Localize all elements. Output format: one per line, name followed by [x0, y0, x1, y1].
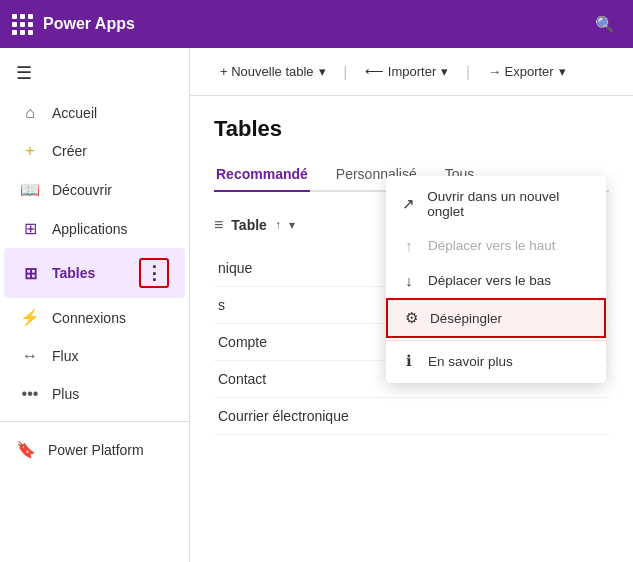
sidebar-item-applications[interactable]: ⊞ Applications: [4, 209, 185, 248]
exporter-label: → Exporter: [488, 64, 554, 79]
sidebar-item-flux[interactable]: ↔ Flux: [4, 337, 185, 375]
sidebar-item-accueil[interactable]: ⌂ Accueil: [4, 94, 185, 132]
context-move-up-label: Déplacer vers le haut: [428, 238, 556, 253]
sidebar-item-label: Power Platform: [48, 442, 144, 458]
tab-recommande[interactable]: Recommandé: [214, 158, 310, 192]
create-icon: +: [20, 142, 40, 160]
sidebar-item-label: Découvrir: [52, 182, 112, 198]
context-learn-more[interactable]: ℹ En savoir plus: [386, 343, 606, 379]
info-icon: ℹ: [400, 352, 418, 370]
context-learn-more-label: En savoir plus: [428, 354, 513, 369]
connections-icon: ⚡: [20, 308, 40, 327]
importer-chevron: ▾: [441, 64, 448, 79]
sidebar-item-plus[interactable]: ••• Plus: [4, 375, 185, 413]
toolbar: + Nouvelle table ▾ | ⟵ Importer ▾ | → Ex…: [190, 48, 633, 96]
main-layout: ☰ ⌂ Accueil + Créer 📖 Découvrir ⊞ Applic…: [0, 48, 633, 562]
open-tab-icon: ↗: [400, 195, 417, 213]
context-move-down[interactable]: ↓ Déplacer vers le bas: [386, 263, 606, 298]
sort-arrow: ↑: [275, 218, 281, 232]
discover-icon: 📖: [20, 180, 40, 199]
nouvelle-table-button[interactable]: + Nouvelle table ▾: [210, 58, 336, 85]
apps-icon: ⊞: [20, 219, 40, 238]
sort-icon: ≡: [214, 216, 223, 234]
sidebar-item-decouvrir[interactable]: 📖 Découvrir: [4, 170, 185, 209]
sidebar-item-label: Créer: [52, 143, 87, 159]
context-open-tab-label: Ouvrir dans un nouvel onglet: [427, 189, 592, 219]
sidebar-item-tables[interactable]: ⊞ Tables ⋮: [4, 248, 185, 298]
importer-button[interactable]: ⟵ Importer ▾: [355, 58, 458, 85]
sidebar-item-powerplatform[interactable]: 🔖 Power Platform: [0, 430, 189, 469]
sidebar-item-label: Plus: [52, 386, 79, 402]
context-menu: ↗ Ouvrir dans un nouvel onglet ↑ Déplace…: [386, 176, 606, 383]
unpin-icon: ⚙: [402, 309, 420, 327]
move-down-icon: ↓: [400, 272, 418, 289]
context-move-down-label: Déplacer vers le bas: [428, 273, 551, 288]
exporter-chevron: ▾: [559, 64, 566, 79]
separator-1: |: [344, 64, 348, 80]
context-unpin-label: Désépingler: [430, 311, 502, 326]
sidebar-item-connexions[interactable]: ⚡ Connexions: [4, 298, 185, 337]
hamburger-menu[interactable]: ☰: [0, 52, 189, 94]
exporter-button[interactable]: → Exporter ▾: [478, 58, 576, 85]
sort-chevron[interactable]: ▾: [289, 218, 295, 232]
sidebar-item-label: Connexions: [52, 310, 126, 326]
sidebar-item-label: Accueil: [52, 105, 97, 121]
separator-2: |: [466, 64, 470, 80]
sidebar-item-label: Tables: [52, 265, 95, 281]
context-unpin[interactable]: ⚙ Désépingler: [386, 298, 606, 338]
home-icon: ⌂: [20, 104, 40, 122]
sidebar-item-label: Flux: [52, 348, 78, 364]
grid-icon[interactable]: [12, 14, 33, 35]
sidebar: ☰ ⌂ Accueil + Créer 📖 Découvrir ⊞ Applic…: [0, 48, 190, 562]
sidebar-item-creer[interactable]: + Créer: [4, 132, 185, 170]
table-column-label: Table: [231, 217, 267, 233]
platform-icon: 🔖: [16, 440, 36, 459]
nouvelle-table-label: + Nouvelle table: [220, 64, 314, 79]
content-area: Tables Recommandé Personnalisé Tous ≡ Ta…: [190, 96, 633, 562]
app-title: Power Apps: [43, 15, 579, 33]
flux-icon: ↔: [20, 347, 40, 365]
page-title: Tables: [214, 116, 609, 142]
table-row[interactable]: Courrier électronique: [214, 398, 609, 435]
nouvelle-table-chevron: ▾: [319, 64, 326, 79]
importer-label: ⟵ Importer: [365, 64, 436, 79]
search-button[interactable]: 🔍: [589, 8, 621, 40]
context-divider: [386, 340, 606, 341]
sidebar-item-label: Applications: [52, 221, 128, 237]
move-up-icon: ↑: [400, 237, 418, 254]
main-content: + Nouvelle table ▾ | ⟵ Importer ▾ | → Ex…: [190, 48, 633, 562]
context-move-up: ↑ Déplacer vers le haut: [386, 228, 606, 263]
sidebar-divider: [0, 421, 189, 422]
tables-icon: ⊞: [20, 264, 40, 283]
plus-icon: •••: [20, 385, 40, 403]
more-options-button[interactable]: ⋮: [139, 258, 169, 288]
context-open-tab[interactable]: ↗ Ouvrir dans un nouvel onglet: [386, 180, 606, 228]
topbar: Power Apps 🔍: [0, 0, 633, 48]
